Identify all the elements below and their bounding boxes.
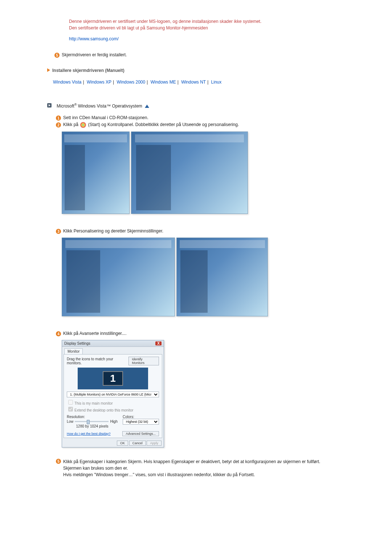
notice-line2: Den sertifiserte driveren vil bli lagt u… <box>69 25 323 31</box>
link-windows-nt[interactable]: Windows NT <box>181 80 206 85</box>
link-windows-xp[interactable]: Windows XP <box>87 80 111 85</box>
manual-install-heading: Installere skjermdriveren (Manuelt) <box>52 68 124 73</box>
link-linux[interactable]: Linux <box>211 80 222 85</box>
arrow-right-icon <box>47 68 50 72</box>
dialog-title: Display Settings <box>64 341 90 345</box>
certified-driver-notice: Denne skjermdriveren er sertifisert unde… <box>69 18 323 42</box>
screenshot-start-menu <box>62 131 130 214</box>
step2-screenshots <box>62 131 348 214</box>
drag-icons-text: Drag the icons to match your monitors. <box>67 357 128 365</box>
step-5-text: Skjermdriveren er ferdig installert. <box>62 52 127 57</box>
dialog-tab-monitor[interactable]: Monitor <box>64 348 83 354</box>
cancel-button[interactable]: Cancel <box>129 441 146 446</box>
apply-button[interactable]: Apply <box>147 441 162 446</box>
link-windows-me[interactable]: Windows ME <box>151 80 176 85</box>
best-display-help-link[interactable]: How do I get the best display? <box>67 432 111 436</box>
main-monitor-checkbox[interactable]: This is my main monitor <box>67 401 113 405</box>
link-windows-2000[interactable]: Windows 2000 <box>117 80 145 85</box>
identify-monitors-button[interactable]: Identify Monitors <box>128 357 159 365</box>
vista-step2-text: Klikk på (Start) og Kontrollpanel. Dobbe… <box>63 122 239 128</box>
vista-step3-bullet-icon: 3 <box>56 229 61 234</box>
screenshot-personalization-1 <box>62 238 175 316</box>
notice-line1: Denne skjermdriveren er sertifisert unde… <box>69 18 323 25</box>
link-windows-vista[interactable]: Windows Vista <box>53 80 81 85</box>
step-5-bullet-icon: 5 <box>54 53 60 58</box>
vista-step1-bullet-icon: 1 <box>56 116 61 121</box>
step3-screenshots <box>62 238 348 316</box>
screenshot-control-panel <box>131 131 248 214</box>
resolution-label: Resolution: <box>67 415 118 419</box>
colors-label: Colors: <box>123 415 159 419</box>
dialog-close-icon[interactable]: X <box>155 341 162 345</box>
resolution-value: 1280 by 1024 pixels <box>67 424 118 428</box>
up-triangle-icon[interactable] <box>145 105 149 108</box>
display-settings-dialog: Display Settings X Monitor Drag the icon… <box>62 340 164 447</box>
vista-step3-text: Klikk Personalisering og deretter Skjerm… <box>63 228 163 234</box>
samsung-url[interactable]: http://www.samsung.com/ <box>69 36 323 42</box>
display-device-select[interactable]: 1. (Multiple Monitors) on NVIDIA GeForce… <box>67 392 159 397</box>
colors-select[interactable]: Highest (32 bit) <box>123 419 159 425</box>
vista-step5-text: Klikk på Egenskaper i kategorien Skjerm.… <box>63 458 332 478</box>
vista-step4-bullet-icon: 4 <box>56 331 61 336</box>
vista-heading: Microsoft® Windows Vista™ Operativsystem <box>57 103 149 109</box>
vista-step4-text: Klikk på Avanserte innstillinger.... <box>63 331 127 336</box>
vista-step2-bullet-icon: 2 <box>56 122 61 127</box>
screenshot-personalization-2 <box>176 238 268 316</box>
advanced-settings-button[interactable]: Advanced Settings... <box>122 431 159 436</box>
resolution-slider[interactable]: Low High <box>67 420 118 424</box>
extend-desktop-checkbox[interactable]: Extend the desktop onto this monitor <box>67 408 133 412</box>
os-links-row: Windows Vista| Windows XP| Windows 2000|… <box>53 80 348 85</box>
monitor-1-icon[interactable]: 1 <box>103 371 123 386</box>
start-orb-icon <box>80 122 86 128</box>
vista-step1-text: Sett inn CDen Manual i CD-ROM-stasjonen. <box>63 115 148 120</box>
monitor-preview: 1 <box>78 368 148 389</box>
ok-button[interactable]: OK <box>117 441 128 446</box>
vista-step5-bullet-icon: 5 <box>56 459 61 464</box>
arrow-dark-icon <box>47 103 52 108</box>
